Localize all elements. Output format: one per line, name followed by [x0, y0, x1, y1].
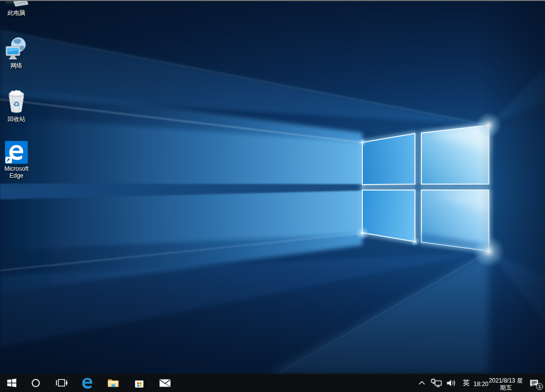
screen-top-border: [0, 0, 545, 1]
input-language-indicator[interactable]: 英: [459, 374, 474, 392]
desktop-icon-network[interactable]: 网络: [0, 36, 33, 69]
network-icon: [0, 36, 33, 61]
speaker-icon: [446, 379, 456, 388]
desktop-icon-this-pc[interactable]: 此电脑: [0, 0, 33, 16]
recycle-bin-icon: ♻: [0, 88, 33, 114]
folder-icon: [107, 378, 119, 388]
desktop-icon-label: Microsoft Edge: [0, 165, 33, 179]
clock-date: 2021/8/13 星期五: [488, 377, 523, 391]
edge-taskbar-button[interactable]: [74, 374, 100, 392]
this-pc-icon: [0, 0, 33, 8]
windows-logo-icon: [6, 378, 17, 388]
windows-desktop: 此电脑 网络: [0, 0, 545, 392]
wallpaper-windows-hero: [0, 0, 545, 374]
taskbar-pinned-apps: [0, 374, 178, 392]
edge-tile-icon: [5, 141, 28, 164]
desktop-icon-label: 网络: [0, 62, 33, 69]
start-button[interactable]: [0, 374, 23, 392]
ethernet-icon: [431, 378, 442, 388]
volume-tray-button[interactable]: [444, 374, 459, 392]
chevron-up-icon: [418, 381, 425, 386]
mail-button[interactable]: [152, 374, 178, 392]
svg-text:♻: ♻: [13, 100, 19, 109]
desktop-icon-label: 回收站: [0, 116, 33, 123]
edge-e-icon: [81, 377, 94, 390]
desktop-icon-label: 此电脑: [0, 9, 33, 16]
shortcut-arrow-icon: [5, 157, 12, 163]
task-view-button[interactable]: [49, 374, 74, 392]
store-button[interactable]: [126, 374, 152, 392]
taskbar: 英 18:20 2021/8/13 星期五 1: [0, 374, 545, 392]
desktop-icon-edge[interactable]: Microsoft Edge: [0, 141, 33, 179]
store-bag-icon: [134, 377, 145, 389]
network-tray-button[interactable]: [429, 374, 444, 392]
search-button[interactable]: [23, 374, 49, 392]
search-circle-icon: [31, 378, 41, 388]
desktop-icon-column: 此电脑 网络: [0, 0, 35, 374]
taskbar-clock[interactable]: 18:20 2021/8/13 星期五: [474, 374, 523, 392]
desktop-icon-recycle-bin[interactable]: ♻ 回收站: [0, 88, 33, 123]
show-hidden-icons-button[interactable]: [415, 374, 429, 392]
clock-time: 18:20: [474, 381, 488, 388]
action-center-button[interactable]: 1: [523, 374, 545, 392]
task-view-icon: [56, 378, 68, 388]
system-tray: 英 18:20 2021/8/13 星期五 1: [415, 374, 545, 392]
file-explorer-button[interactable]: [100, 374, 126, 392]
notification-count-badge: 1: [536, 383, 543, 390]
envelope-icon: [159, 379, 171, 388]
